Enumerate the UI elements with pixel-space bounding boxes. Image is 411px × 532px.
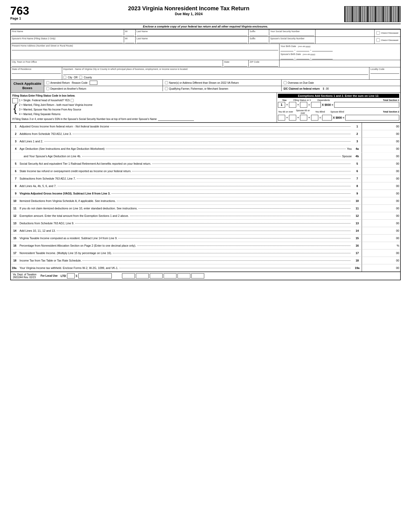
form-footer: Va. Dept. of Taxation 2601044 Rev. 02/23… [11,272,400,280]
footer-box-2[interactable] [136,273,149,278]
footer-box-5[interactable] [178,273,190,278]
section1-result-box[interactable] [334,102,399,108]
amended-return-checkbox[interactable] [46,81,49,84]
line-8-amount[interactable]: 00 [362,182,400,190]
multiplier1: X $930 = [322,103,333,106]
line-4a-amount[interactable]: 00 [362,145,400,152]
qualifying-farmer-checkbox[interactable] [165,87,168,90]
line-2-amount[interactable]: 00 [362,130,400,137]
state-input[interactable] [224,63,247,67]
county-radio[interactable] [79,76,82,79]
first-name-input[interactable] [12,33,123,36]
spouse-first-input[interactable] [12,40,123,43]
your-birth-year[interactable] [312,48,333,51]
overseas-checkbox[interactable] [284,81,287,84]
filing-code-2: 2 = Married, Filing Joint Return - both … [19,103,92,107]
spouse-suffix-input[interactable] [250,40,268,43]
line-11-amount[interactable]: 00 [362,205,400,212]
form-id-label: 2601044 Rev. 02/23 [13,276,36,279]
line-14-desc: Add Lines 10, 11, 12 and 13. [20,229,56,232]
line-15-row: 15 Virginia Taxable Income computed as a… [11,235,400,242]
line-1-desc: Adjusted Gross Income from federal retur… [20,125,109,128]
spouse-blind-box[interactable] [311,115,318,120]
due-date: Due May 1, 2024 [33,12,344,16]
local-use-label: For Local Use [41,274,58,277]
reason-code-label: Reason Code [72,81,88,84]
line-15-ref: 15 [353,237,362,240]
head-of-household-checkbox[interactable] [71,99,74,102]
line-11-number: 11 [11,207,18,210]
you-blind-box[interactable] [300,115,307,120]
suffix-cell: Suffix [249,30,269,36]
section1-total-box[interactable] [311,102,321,108]
you-65-box[interactable] [278,115,285,120]
line-3-amount[interactable]: 00 [362,138,400,145]
line-3-row: 3 Add Lines 1 and 2. 3 00 [11,138,400,145]
your-birth-day[interactable] [296,48,309,51]
ltd-box[interactable] [67,273,75,278]
spouse-mi-input[interactable] [125,40,134,43]
line-5-row: 5 Social Security Act and equivalent Tie… [11,160,400,167]
line-14-amount[interactable]: 00 [362,227,400,234]
line-2-desc: Additions from Schedule 763 ADJ, Line 3. [20,132,72,135]
line-5-amount[interactable]: 00 [362,160,400,167]
city-input[interactable] [12,63,222,67]
total-section1-label: Total Section 1 [335,99,399,101]
line-10-amount[interactable]: 00 [362,197,400,204]
section2-result-box[interactable] [345,115,399,120]
line-2-number: 2 [11,132,18,135]
line-7-row: 7 Subtractions from Schedule 763 ADJ, Li… [11,175,400,182]
last-name-input[interactable] [137,33,248,36]
zip-label: ZIP Code [250,61,278,63]
line-15-amount[interactable]: 00 [362,235,400,242]
spouse-65-box[interactable] [289,115,296,120]
ltd-label: LTD [61,274,66,277]
line-8-row: 8 Add Lines 4a, 4b, 5, 6, and 7. 8 00 [11,182,400,190]
spouse-blind-label: Spouse Blind [328,110,346,113]
line-18-amount[interactable]: 00 [362,257,400,264]
filing-status-exempt-box[interactable] [289,102,296,108]
line-6-amount[interactable]: 00 [362,167,400,175]
footer-box-3[interactable] [150,273,163,278]
amended-return-label: Amended Return [50,81,70,84]
dependents-exempt-box[interactable] [300,102,307,108]
your-birth-month[interactable] [281,48,293,51]
suffix-input[interactable] [250,33,268,36]
spouse-birth-year[interactable] [312,56,333,59]
line-19a-amount[interactable]: 00 [362,264,400,272]
city-radio[interactable] [63,76,66,79]
locality-code-input[interactable] [370,70,399,74]
deceased-checkbox[interactable] [376,31,380,35]
check-applicable-row: Check Applicable Boxes Amended Return Re… [11,80,400,93]
line-17-amount[interactable]: 00 [362,249,400,257]
va-city-county-input[interactable] [63,71,368,75]
footer-box-4[interactable] [164,273,176,278]
first-name-cell: First Name [11,30,124,36]
footer-amount-box[interactable] [78,273,112,278]
line-1-amount[interactable]: 00 [362,123,400,130]
name-address-diff-checkbox[interactable] [165,81,168,84]
ssn-input[interactable] [270,33,314,36]
spouse-last-input[interactable] [137,40,248,43]
line-16-amount[interactable]: % [362,242,400,249]
section2-total-box[interactable] [322,115,332,120]
footer-box-1[interactable] [122,273,135,278]
address-input[interactable] [12,47,278,50]
spouse-birth-month[interactable] [281,56,293,59]
line-7-amount[interactable]: 00 [362,175,400,182]
line-15-desc: Virginia Taxable Income computed as a re… [20,237,117,240]
footer-box-6[interactable] [191,273,204,278]
line-13-amount[interactable]: 00 [362,220,400,227]
mi-input[interactable] [125,33,134,36]
dependent-checkbox[interactable] [46,87,49,90]
spouse-ssn-input[interactable] [270,40,314,43]
line-12-amount[interactable]: 00 [362,212,400,219]
line-9-amount[interactable]: 00 [362,190,400,197]
filing-status-code-box[interactable] [12,98,18,103]
spouse-last-cell: Last Name [136,37,249,44]
spouse-birth-day[interactable] [296,56,309,59]
state-residence-input[interactable] [12,70,61,74]
zip-input[interactable] [250,63,278,67]
line-4b-amount[interactable]: 00 [362,153,400,160]
spouse-deceased-checkbox[interactable] [376,38,380,42]
